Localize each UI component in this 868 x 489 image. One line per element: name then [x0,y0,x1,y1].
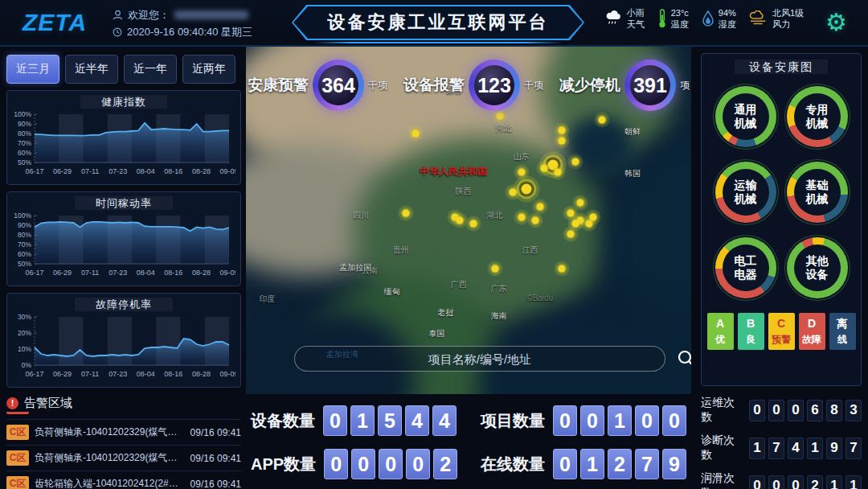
map-marker-26[interactable] [536,203,543,210]
weather-label: 湿度 [719,18,736,30]
svg-text:08-04: 08-04 [137,269,155,277]
alert-row-1[interactable]: C区负荷侧轴承-10401202329(煤气引风机电...09/16 09:41 [6,420,241,446]
map-marker-12[interactable] [567,210,575,217]
chart-card-0: 健康指数50%60%70%80%90%100%06-1706-2907-1107… [6,90,241,185]
svg-text:07-11: 07-11 [81,167,99,175]
map-label: 广西 [451,279,467,290]
digit-box: 0 [768,475,784,489]
weather-value: 94% [719,7,736,18]
rain-cloud-icon [605,10,623,27]
map-label: 贵州 [393,244,409,256]
filter-button-3[interactable]: 近两年 [182,55,235,84]
counter-projects: 项目数量00100 [481,405,686,436]
svg-text:09-09: 09-09 [219,167,235,175]
map-marker-27[interactable] [403,210,410,217]
map-marker-7[interactable] [571,158,579,165]
map-marker-2[interactable] [559,126,566,134]
map-label: 四川 [353,210,369,221]
filter-button-0[interactable]: 近三月 [6,55,59,84]
svg-text:06-17: 06-17 [25,370,43,378]
digit-box: 9 [662,449,686,479]
alert-zone-badge: B区 [6,412,29,414]
map-marker-19[interactable] [456,217,463,224]
map-marker-0[interactable] [411,130,419,138]
digit-box: 1 [807,438,823,459]
map-marker-8[interactable] [541,165,548,172]
digit-boxes: 00100 [553,405,686,436]
filter-button-2[interactable]: 近一年 [124,55,177,84]
counter-lubrication: 润滑次数000211 [701,471,862,489]
svg-text:09-09: 09-09 [219,269,235,277]
digit-box: 1 [845,475,862,489]
digit-box: 0 [323,405,347,436]
counter-apps: APP数量00002 [251,449,457,479]
filter-button-1[interactable]: 近半年 [65,55,118,84]
humidity-drop-icon [702,10,714,27]
weather-strip: 小雨天气 23°c温度 94%湿度 北风1级风力 [605,7,804,30]
map-label: 山东 [513,151,529,162]
kpi-2: 减少停机391项 [559,60,690,111]
map-marker-24[interactable] [559,265,566,273]
map-marker-17[interactable] [590,213,597,220]
kpi-circle: 391 [624,60,676,111]
svg-text:50%: 50% [18,158,31,166]
alert-zone-badge: C区 [6,450,29,466]
kpi-value: 123 [469,60,520,111]
alert-row-3[interactable]: C区齿轮箱输入端-10401202412(2#（2V）...09/16 09:4… [6,471,241,489]
svg-text:90%: 90% [18,221,31,229]
svg-text:0%: 0% [22,361,32,369]
digit-box: 7 [635,449,659,479]
map-marker-15[interactable] [571,220,579,228]
digit-box: 8 [826,400,842,421]
map-marker-16[interactable] [567,231,575,238]
map-marker-5[interactable] [518,168,526,175]
equipment-health-panel: 设备安康图 通用机械专用机械运输机械基础机械电工电器其他设备 A优B良C预警D故… [701,53,862,386]
map-marker-11[interactable] [576,199,583,207]
gauge-3: 基础机械 [787,162,848,223]
kpi-unit: 千项 [524,79,543,92]
svg-text:20%: 20% [18,329,31,337]
weather-value: 小雨 [627,7,645,18]
svg-text:70%: 70% [18,240,31,249]
map-marker-20[interactable] [469,220,477,228]
kpi-label: 减少停机 [559,75,620,96]
digit-box: 0 [768,400,784,421]
search-icon[interactable] [677,349,691,368]
datetime: 2020-9-16 09:40:40 星期三 [127,23,252,40]
svg-text:06-29: 06-29 [53,370,72,378]
time-range-filters: 近三月近半年近一年近两年 [6,55,241,84]
map-marker-14[interactable] [585,220,592,228]
alert-time: 09/16 09:41 [190,427,241,438]
svg-text:08-28: 08-28 [192,269,211,277]
digit-box: 0 [580,405,604,436]
chart-title: 故障停机率 [75,298,173,311]
svg-text:06-17: 06-17 [25,167,43,175]
map-label: ©Baidu [526,294,553,302]
alert-text: 负荷侧轴承-10401202329(煤 气引风机电... [35,412,185,413]
settings-gear-icon[interactable]: ⚙ [825,8,847,37]
alert-row-2[interactable]: C区负荷侧轴承-10401202329(煤气引风机电...09/16 09:41 [6,446,241,471]
digit-box: 1 [608,405,632,436]
alert-row-0[interactable]: B区负荷侧轴承-10401202329(煤 气引风机电...09/16 09:4… [6,412,241,420]
map-marker-22[interactable] [532,217,539,224]
welcome-label: 欢迎您： [128,6,170,23]
digit-group-label: 诊断次数 [701,434,741,462]
svg-text:06-17: 06-17 [25,269,43,277]
digit-box: 0 [749,475,765,489]
map-marker-23[interactable] [492,265,499,273]
map-marker-21[interactable] [518,213,526,220]
weather-item-rain: 小雨天气 [605,7,645,30]
map-marker-25[interactable] [510,189,517,196]
gauge-label: 电工电器 [715,237,776,298]
map-marker-10[interactable] [522,184,532,195]
chart-title: 时间稼动率 [75,196,173,210]
alert-text: 负荷侧轴承-10401202329(煤气引风机电... [35,425,185,439]
svg-text:08-16: 08-16 [164,269,182,277]
digit-box: 4 [405,405,429,436]
map-marker-3[interactable] [559,137,566,144]
search-input[interactable] [294,346,665,372]
map-marker-9[interactable] [554,168,561,175]
svg-text:07-23: 07-23 [108,167,127,175]
svg-text:09-09: 09-09 [219,370,235,378]
digit-boxes: 01544 [323,405,457,436]
